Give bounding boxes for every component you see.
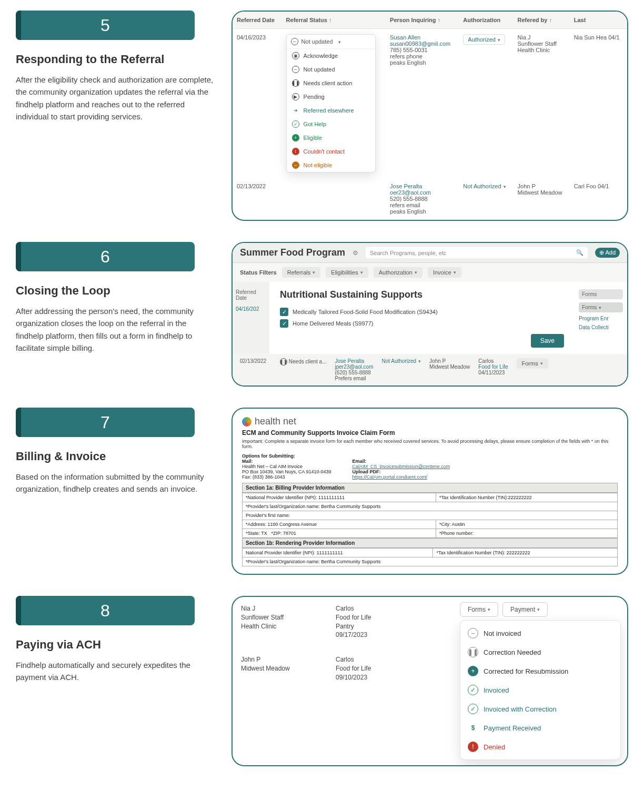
filter-invoice[interactable]: Invoice [428, 267, 461, 278]
step-6-left: 6 Closing the Loop After addressing the … [16, 242, 216, 354]
col-last[interactable]: Last [570, 12, 627, 29]
forms-dropdown[interactable]: Forms [579, 302, 623, 312]
status-opt-pending[interactable]: ▶Pending [287, 90, 375, 104]
step-8: 8 Paying via ACH Findhelp automatically … [16, 596, 628, 766]
cell-date: 04/16/2023 [233, 29, 282, 178]
healthnet-icon [242, 417, 251, 427]
col-referred-by[interactable]: Refered by [514, 12, 570, 29]
person-email[interactable]: oer23@aol.com [390, 189, 455, 196]
form-table-1a: *National Provider Identifier (NPI): 111… [242, 493, 618, 538]
cell-auth: Not Authorized [459, 178, 513, 220]
forms-dropdown[interactable]: Forms [460, 602, 498, 617]
form-note: Important: Complete a separate invoice f… [242, 439, 618, 449]
recipient-col: Carlos Food for Life Pantry 09/17/2023 [336, 604, 415, 640]
person-name[interactable]: Susan Allen [390, 34, 455, 40]
side-date: 04/16/202 [236, 306, 266, 312]
status-opt-eligible[interactable]: +Eligible [287, 131, 375, 145]
opt-invoiced-correction[interactable]: ✓Invoiced with Correction [460, 699, 620, 718]
support-option-1[interactable]: ✓ Medically Tailored Food-Solid Food Mod… [280, 308, 564, 316]
step-5-number: 5 [100, 16, 110, 35]
cell-status [282, 178, 386, 220]
section-1a-header: Section 1a: Billing Provider Information [242, 483, 618, 493]
row2-name[interactable]: Jose Peralta [335, 358, 374, 364]
plus-icon: + [468, 666, 478, 676]
status-opt-referred-elsewhere[interactable]: ➜Referred elsewhere [287, 104, 375, 117]
row2-date: 02/13/2022 [240, 358, 271, 364]
authorization-select[interactable]: Authorized [463, 34, 505, 45]
search-input[interactable]: Search Programs, people, etc 🔍 [366, 247, 588, 258]
healthnet-logo: health net [242, 416, 618, 427]
opt-denied[interactable]: !Denied [460, 737, 620, 756]
col-referred-date[interactable]: Referred Date [233, 12, 282, 29]
gear-icon[interactable]: ⚙ [353, 249, 358, 257]
status-filters-bar: Status Filters Referrals Eligibilities A… [233, 263, 627, 282]
status-dropdown-open[interactable]: – Not updated ◉Acknowledge –Not updated … [286, 34, 376, 172]
status-opt-couldnt-contact[interactable]: !Couldn't contact [287, 145, 375, 158]
opt-payment-received[interactable]: $Payment Received [460, 718, 620, 737]
email-link[interactable]: CalAIM_CS_invoicesubmission@centene.com [352, 464, 450, 469]
status-opt-acknowledge[interactable]: ◉Acknowledge [287, 49, 375, 63]
step-8-left: 8 Paying via ACH Findhelp automatically … [16, 596, 216, 684]
payment-dropdown-area: Forms Payment –Not invoiced ❚❚Correction… [454, 597, 627, 765]
payment-status-menu[interactable]: –Not invoiced ❚❚Correction Needed +Corre… [460, 620, 621, 760]
col-authorization[interactable]: Authorization [459, 12, 513, 29]
play-icon: ▶ [292, 93, 299, 100]
program-row-2: 02/13/2022 ❚❚ Needs client a... Jose Per… [233, 354, 627, 385]
payer-col: Nia J Sunflower Staff Health Clinic [241, 604, 320, 640]
right-link-1[interactable]: Program Enr [579, 316, 623, 321]
step-7-body: Based on the information submitted by th… [16, 471, 216, 495]
eye-icon: ◉ [292, 52, 299, 59]
opt-correction-needed[interactable]: ❚❚Correction Needed [460, 643, 620, 662]
person-name[interactable]: Jose Peralta [390, 183, 455, 189]
status-opt-not-eligible[interactable]: –Not eligible [287, 158, 375, 172]
checkbox-checked-icon[interactable]: ✓ [280, 319, 288, 328]
step-6-badge: 6 [16, 242, 195, 271]
person-email[interactable]: susan00983@gmil.com [390, 40, 455, 47]
plus-icon: + [292, 134, 299, 141]
add-button[interactable]: ⊕ Add [595, 248, 620, 258]
col-referral-status[interactable]: Referral Status [282, 12, 386, 29]
row2-auth[interactable]: Not Authorized [381, 358, 421, 364]
opt-not-invoiced[interactable]: –Not invoiced [460, 624, 620, 643]
payer-col: John P Midwest Meadow [241, 655, 320, 682]
step-5-title: Responding to the Referral [16, 53, 216, 66]
step-7-left: 7 Billing & Invoice Based on the informa… [16, 408, 216, 495]
filter-eligibilities[interactable]: Eligibilities [326, 267, 368, 278]
table-row: 04/16/2023 – Not updated ◉Acknowledge –N… [233, 29, 627, 178]
panel-invoice-form: health net ECM and Community Supports In… [232, 408, 628, 575]
step-8-number: 8 [100, 601, 110, 621]
support-option-2[interactable]: ✓ Home Delivered Meals (S9977) [280, 319, 564, 328]
status-opt-not-updated[interactable]: –Not updated [287, 63, 375, 76]
panel-payment: Nia J Sunflower Staff Health Clinic Carl… [232, 596, 628, 766]
row2-by: John P Midwest Meadow [429, 358, 470, 370]
right-link-2[interactable]: Data Collecti [579, 324, 623, 330]
brand-text: health net [255, 416, 296, 427]
row2-email[interactable]: jper23@aol.com [335, 364, 374, 370]
payment-dropdown[interactable]: Payment [502, 602, 548, 617]
recipient-col: Carlos Food for Life 09/10/2023 [336, 655, 415, 682]
upload-link[interactable]: https://CalAim.portal.conduent.com/ [352, 474, 427, 480]
row2-status[interactable]: ❚❚ Needs client a... [280, 358, 327, 366]
status-dropdown-selected[interactable]: – Not updated [287, 35, 375, 49]
section-1b-header: Section 1b: Rendering Provider Informati… [242, 538, 618, 548]
status-selected-label: Not updated [301, 38, 333, 45]
col-person[interactable]: Person Inquiring [386, 12, 459, 29]
referral-table: Referred Date Referral Status Person Inq… [233, 12, 627, 220]
opt-invoiced[interactable]: ✓Invoiced [460, 681, 620, 699]
row2-forms-button[interactable]: Forms [517, 358, 548, 369]
filter-referrals[interactable]: Referrals [282, 267, 321, 278]
program-right: Forms Forms Program Enr Data Collecti [575, 282, 627, 354]
status-opt-got-help[interactable]: ✓Got Help [287, 117, 375, 131]
checkbox-checked-icon[interactable]: ✓ [280, 308, 288, 316]
filter-authorization[interactable]: Authorization [374, 267, 422, 278]
cell-person: Jose Peralta oer23@aol.com 520) 555-8888… [386, 178, 459, 220]
save-button[interactable]: Save [531, 334, 564, 348]
person-lang: peaks English [390, 59, 455, 66]
program-main: Nutritional Sustaining Supports ✓ Medica… [269, 282, 575, 354]
cell-last: Nia Sun Hea 04/1 [570, 29, 627, 178]
opt-corrected[interactable]: +Corrected for Resubmission [460, 662, 620, 681]
status-opt-needs-action[interactable]: ❚❚Needs client action [287, 76, 375, 90]
check-icon: ✓ [468, 704, 478, 714]
authorization-select[interactable]: Not Authorized [463, 183, 506, 189]
form-table-1b: National Provider Identifier (NPI): 1111… [242, 548, 618, 566]
